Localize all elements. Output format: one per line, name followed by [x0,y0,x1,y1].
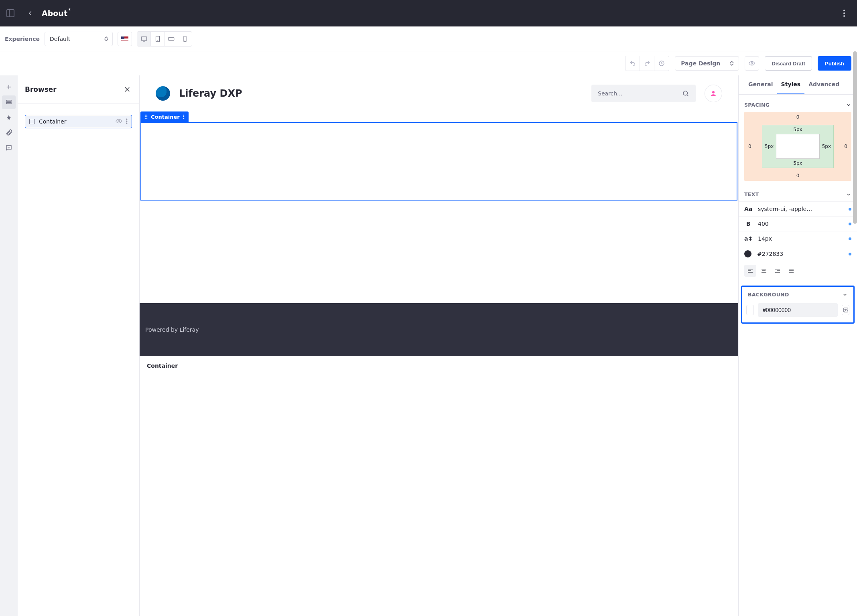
rail-design-button[interactable] [2,111,16,124]
align-justify-button[interactable] [785,265,797,277]
device-landscape-button[interactable] [164,32,178,46]
preview-button[interactable] [745,56,759,71]
site-footer: Powered by Liferay [140,303,738,356]
margin-top-value[interactable]: 0 [796,114,800,120]
font-weight-row[interactable]: B 400 [739,216,857,231]
experience-label: Experience [5,36,40,42]
spacing-section-header[interactable]: SPACING [739,95,857,112]
publish-button[interactable]: Publish [818,56,851,71]
font-size-icon: a↕ [744,235,752,242]
discard-draft-button[interactable]: Discard Draft [765,56,812,71]
svg-rect-15 [6,103,11,104]
page-title: About [42,9,67,18]
background-swatch-button[interactable] [746,305,754,315]
site-search-input[interactable]: Search... [591,85,696,102]
browser-close-button[interactable] [122,85,132,94]
bottom-container-label: Container [140,356,738,375]
language-button[interactable] [118,32,132,46]
tab-advanced[interactable]: Advanced [804,75,843,94]
text-align-group [739,261,857,284]
svg-point-32 [146,118,148,119]
text-color-swatch-icon [744,250,751,257]
svg-point-31 [145,118,146,119]
background-color-input[interactable] [758,303,838,317]
modified-dot-icon [849,208,851,211]
header-more-button[interactable] [838,7,851,20]
scrollbar[interactable] [853,51,857,224]
svg-point-0 [843,10,845,11]
align-center-button[interactable] [758,265,770,277]
search-placeholder: Search... [598,90,682,97]
browser-tree: Container [18,103,139,140]
margin-left-value[interactable]: 0 [748,144,751,149]
background-title: BACKGROUND [748,292,789,298]
undo-button[interactable] [625,56,640,71]
font-family-row[interactable]: Aa system-ui, -apple… [739,201,857,216]
align-left-button[interactable] [744,265,756,277]
selected-container[interactable] [140,122,737,201]
device-tablet-button[interactable] [151,32,164,46]
background-section-header[interactable]: BACKGROUND [742,287,853,302]
padding-bottom-value[interactable]: 5px [793,160,802,166]
panel-toggle-icon[interactable] [6,9,14,17]
text-title: TEXT [744,191,759,197]
modified-dot-icon [849,253,851,255]
user-avatar-button[interactable] [705,85,722,102]
background-section: BACKGROUND [741,286,855,324]
padding-right-value[interactable]: 5px [822,144,831,149]
modified-dot-icon [849,237,851,240]
experience-value: Default [50,36,70,42]
experience-toolbar: Experience Default [0,26,857,51]
sidebar-rail [0,75,18,616]
site-preview-header: Liferay DXP Search... [140,75,738,111]
redo-button[interactable] [640,56,654,71]
background-image-button[interactable] [842,305,849,315]
margin-bottom-value[interactable]: 0 [796,173,800,178]
rail-add-button[interactable] [2,80,16,94]
selection-more-icon[interactable] [183,114,185,119]
spacing-box-model[interactable]: 0 0 0 0 5px 5px 5px 5px [744,112,851,181]
align-right-button[interactable] [772,265,784,277]
modified-dot-icon [849,223,851,225]
spacing-title: SPACING [744,102,770,108]
text-section-header[interactable]: TEXT [739,184,857,201]
tab-styles[interactable]: Styles [777,75,805,94]
selection-chip[interactable]: Container [140,111,189,122]
chevron-down-icon [842,292,848,298]
padding-left-value[interactable]: 5px [765,144,774,149]
device-preview-group [137,31,192,47]
svg-line-25 [687,95,688,96]
bold-icon: B [744,221,752,227]
user-icon [710,90,717,97]
edit-mode-select[interactable]: Page Design [675,56,739,71]
rail-comments-button[interactable] [2,141,16,155]
us-flag-icon [121,36,128,41]
history-button[interactable] [654,56,669,71]
svg-point-26 [712,91,715,93]
browser-panel: Browser Container [18,75,140,616]
text-color-row[interactable]: #272833 [739,246,857,261]
back-button[interactable] [24,7,37,20]
padding-top-value[interactable]: 5px [793,127,802,132]
experience-select[interactable]: Default [45,32,113,46]
rail-browser-button[interactable] [2,95,16,109]
history-group [625,56,669,71]
selection-chip-label: Container [151,114,180,120]
chevron-down-icon [846,102,851,108]
rail-attach-button[interactable] [2,126,16,140]
device-mobile-button[interactable] [178,32,192,46]
action-toolbar: Page Design Discard Draft Publish [0,51,857,75]
svg-point-33 [183,115,184,116]
background-color-row [742,302,853,318]
svg-point-34 [183,116,184,118]
tree-item-more-button[interactable] [126,118,128,125]
font-size-value: 14px [758,235,843,242]
font-size-row[interactable]: a↕ 14px [739,231,857,246]
margin-right-value[interactable]: 0 [844,144,847,149]
visibility-icon[interactable] [116,118,122,126]
tab-general[interactable]: General [744,75,777,94]
device-desktop-button[interactable] [137,32,151,46]
tree-item-container[interactable]: Container [25,115,132,128]
content-box [776,134,820,159]
browser-title: Browser [25,85,57,93]
